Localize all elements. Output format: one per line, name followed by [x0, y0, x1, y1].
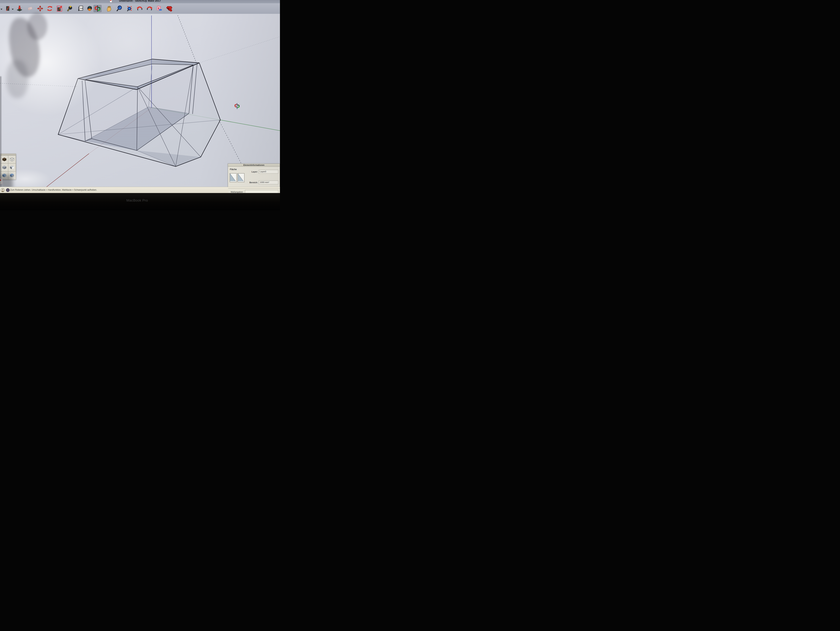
device-brand-label: MacBook Pro: [126, 198, 148, 202]
orbit-cursor-icon: [235, 103, 240, 109]
style-textured-button[interactable]: [0, 171, 8, 179]
style-monochrome-button[interactable]: [8, 171, 16, 179]
help-icon[interactable]: ?: [6, 188, 10, 193]
entity-info-panel: Elementinformationen Fläche Layer: Layer…: [228, 164, 280, 189]
layer-label: Layer:: [251, 171, 258, 173]
geolocation-icon[interactable]: [1, 188, 5, 193]
back-color-swatch[interactable]: [237, 173, 245, 182]
palette-header[interactable]: [0, 154, 16, 155]
measurements-label: Maßangaben: [231, 191, 243, 193]
background-palette-fragment: [0, 179, 3, 184]
front-color-swatch[interactable]: [230, 173, 237, 182]
style-wireframe-button[interactable]: [8, 155, 16, 163]
measurements-input[interactable]: [245, 190, 278, 193]
measurements-bar: Maßangaben: [228, 188, 280, 193]
svg-text:?: ?: [7, 189, 8, 191]
style-shaded-button[interactable]: [8, 163, 16, 171]
entity-type-label: Fläche: [230, 168, 237, 171]
layer-select[interactable]: Layer0: [259, 170, 278, 174]
area-value-field[interactable]: 1000 mm²: [259, 180, 278, 184]
style-hiddenline-button[interactable]: [0, 163, 8, 171]
status-message: Zum Rotieren ziehen. Umschalttaste = Han…: [10, 189, 97, 191]
area-label: Bereich:: [249, 181, 258, 183]
style-xray-button[interactable]: [0, 155, 8, 163]
entity-info-title[interactable]: Elementinformationen: [228, 164, 280, 167]
face-style-palette: [0, 153, 16, 180]
screen: Unbenannt - SketchUp Make 2017: [0, 0, 280, 193]
laptop-bezel: MacBook Pro: [0, 193, 280, 210]
